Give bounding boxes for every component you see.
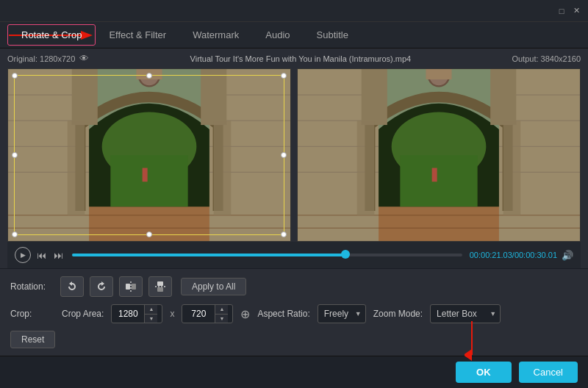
output-video-panel xyxy=(297,68,581,242)
close-button[interactable]: ✕ xyxy=(570,5,582,17)
crop-handle-bm[interactable] xyxy=(146,231,152,237)
crop-width-down[interactable]: ▼ xyxy=(145,314,157,323)
video-area: Original: 1280x720 👁 Virtual Tour It's M… xyxy=(0,48,588,268)
video-title: Virtual Tour It's More Fun with You in M… xyxy=(89,54,512,63)
crop-handle-ml[interactable] xyxy=(12,152,18,158)
rotate-right-button[interactable] xyxy=(90,276,113,297)
aspect-ratio-select-wrapper: Freely 16:9 4:3 1:1 9:16 ▼ xyxy=(318,304,366,323)
timeline[interactable] xyxy=(72,254,462,256)
crop-height-up[interactable]: ▲ xyxy=(215,305,228,314)
main-content: Original: 1280x720 👁 Virtual Tour It's M… xyxy=(0,48,588,388)
tab-watermark[interactable]: Watermark xyxy=(179,25,252,45)
svg-rect-53 xyxy=(157,287,163,292)
crop-handle-mr[interactable] xyxy=(281,152,287,158)
crop-handle-tl[interactable] xyxy=(12,73,18,79)
crop-height-arrows: ▲ ▼ xyxy=(215,305,228,323)
crop-height-input[interactable] xyxy=(182,307,215,320)
rotation-label: Rotation: xyxy=(10,281,54,292)
resize-icon: ⊕ xyxy=(240,307,250,321)
bottom-bar: OK Cancel xyxy=(0,356,588,388)
crop-overlay xyxy=(8,69,290,241)
skip-prev-button[interactable]: ⏮ xyxy=(35,248,48,262)
zoom-mode-select-wrapper: Letter Box Pan & Scan Full ▼ xyxy=(430,304,501,323)
volume-icon[interactable]: 🔊 xyxy=(562,250,573,261)
rotation-row: Rotation: xyxy=(10,276,578,297)
crop-handle-tr[interactable] xyxy=(281,73,287,79)
tab-effect-filter[interactable]: Effect & Filter xyxy=(96,25,179,45)
minimize-button[interactable]: □ xyxy=(556,5,567,17)
svg-rect-48 xyxy=(503,121,520,215)
crop-handle-br[interactable] xyxy=(281,231,287,237)
svg-rect-39 xyxy=(400,155,477,206)
svg-rect-40 xyxy=(362,69,387,125)
output-video-frame xyxy=(298,69,580,241)
svg-rect-47 xyxy=(357,121,374,215)
tab-bar: Rotate & Crop Effect & Filter Watermark … xyxy=(0,22,588,48)
crop-handle-tm[interactable] xyxy=(146,73,152,79)
crop-width-up[interactable]: ▲ xyxy=(145,305,157,314)
controls-area: Rotation: xyxy=(0,268,588,356)
svg-rect-46 xyxy=(426,69,451,79)
crop-width-arrows: ▲ ▼ xyxy=(144,305,157,323)
timeline-handle[interactable] xyxy=(341,250,350,259)
crop-handle-bl[interactable] xyxy=(12,231,18,237)
original-info: Original: 1280x720 👁 xyxy=(7,53,89,64)
aspect-ratio-select[interactable]: Freely 16:9 4:3 1:1 9:16 xyxy=(318,304,366,323)
svg-rect-41 xyxy=(490,69,516,125)
crop-height-input-group: ▲ ▼ xyxy=(182,304,233,323)
aspect-ratio-label: Aspect Ratio: xyxy=(257,309,309,319)
svg-rect-49 xyxy=(126,284,130,290)
crop-area-label: Crop Area: xyxy=(62,309,104,319)
x-separator: x xyxy=(170,309,174,319)
crop-height-down[interactable]: ▼ xyxy=(215,314,228,323)
apply-to-all-button[interactable]: Apply to All xyxy=(181,278,246,295)
tab-subtitle[interactable]: Subtitle xyxy=(304,25,362,45)
crop-row: Crop: Crop Area: ▲ ▼ x ▲ ▼ ⊕ Aspect Rati… xyxy=(10,304,578,323)
playback-bar: ▶ ⏮ ⏭ 00:00:21.03/00:00:30.01 🔊 xyxy=(7,242,581,268)
zoom-mode-label: Zoom Mode: xyxy=(373,309,423,319)
title-bar: □ ✕ xyxy=(0,0,588,22)
rotate-left-button[interactable] xyxy=(60,276,84,297)
reset-button[interactable]: Reset xyxy=(10,331,55,348)
crop-width-input-group: ▲ ▼ xyxy=(111,304,162,323)
cancel-button[interactable]: Cancel xyxy=(519,362,578,383)
video-panels xyxy=(7,68,581,242)
flip-horizontal-button[interactable] xyxy=(119,276,143,297)
play-button[interactable]: ▶ xyxy=(15,247,31,263)
timeline-progress xyxy=(72,254,345,256)
tab-audio[interactable]: Audio xyxy=(252,25,303,45)
svg-rect-50 xyxy=(132,284,136,290)
output-resolution: Output: 3840x2160 xyxy=(512,54,581,63)
crop-border xyxy=(14,75,284,235)
original-video-panel xyxy=(7,68,291,242)
zoom-mode-select[interactable]: Letter Box Pan & Scan Full xyxy=(430,304,501,323)
svg-rect-52 xyxy=(157,281,163,286)
crop-width-input[interactable] xyxy=(112,307,144,320)
flip-vertical-button[interactable] xyxy=(148,276,172,297)
time-display: 00:00:21.03/00:00:30.01 xyxy=(470,251,557,259)
ok-button[interactable]: OK xyxy=(456,362,512,383)
step-forward-button[interactable]: ⏭ xyxy=(52,248,65,262)
video-info-bar: Original: 1280x720 👁 Virtual Tour It's M… xyxy=(7,53,581,64)
tab-rotate-crop[interactable]: Rotate & Crop xyxy=(7,24,96,46)
eye-icon[interactable]: 👁 xyxy=(79,53,89,64)
svg-rect-42 xyxy=(432,168,437,182)
original-resolution: Original: 1280x720 xyxy=(7,54,75,63)
crop-label: Crop: xyxy=(10,309,54,319)
